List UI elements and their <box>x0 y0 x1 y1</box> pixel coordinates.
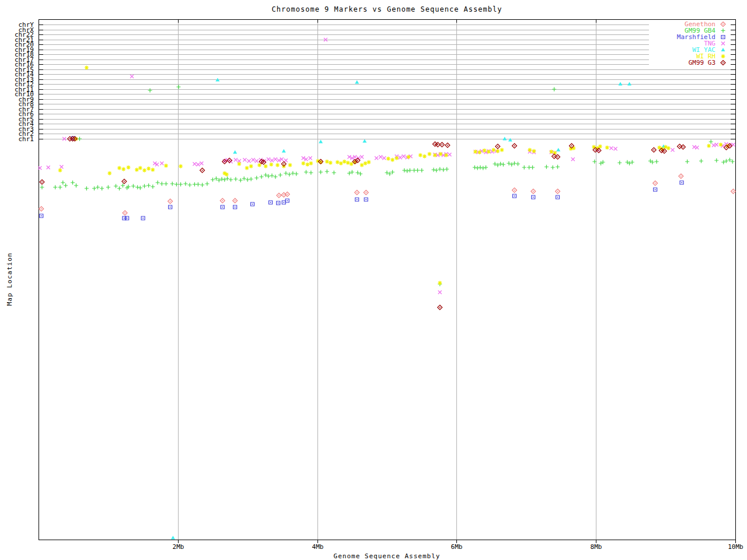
series-tng <box>38 38 735 294</box>
legend-item-gm99-g3: GM99 G3 <box>649 60 731 66</box>
x-tick-label-4Mb: 4Mb <box>301 543 336 551</box>
x-tick-label-10Mb: 10Mb <box>718 543 747 551</box>
legend-item-tng: TNG <box>649 40 731 47</box>
legend-label: GM99 G3 <box>689 60 715 66</box>
series-genethon <box>39 174 736 215</box>
x-tick-label-8Mb: 8Mb <box>579 543 614 551</box>
chart-title: Chromosome 9 Markers vs Genome Sequence … <box>39 5 735 13</box>
chr-axis-label-chr1: chr1 <box>0 136 34 142</box>
legend-marker-icon <box>715 60 731 66</box>
x-tick-label-2Mb: 2Mb <box>161 543 196 551</box>
legend-marker-icon <box>715 27 731 34</box>
series-marshfield <box>40 136 683 220</box>
legend-marker-icon <box>715 40 731 47</box>
series-wi-rh <box>58 66 730 285</box>
y-axis-label: Map Location <box>6 250 13 309</box>
plot-area <box>0 0 747 560</box>
legend-marker-icon <box>715 47 731 53</box>
x-axis-label: Genome Sequence Assembly <box>39 552 735 560</box>
series-gm99-gb4 <box>40 85 734 286</box>
legend-marker-icon <box>715 34 731 40</box>
series-wi-yac <box>171 78 666 540</box>
legend: GenethonGM99 GB4MarshfieldTNGWI YACWI RH… <box>649 21 731 66</box>
legend-item-marshfield: Marshfield <box>649 34 731 40</box>
legend-marker-icon <box>715 21 731 27</box>
legend-marker-icon <box>715 53 731 60</box>
legend-item-wi-yac: WI YAC <box>649 47 731 53</box>
x-tick-label-6Mb: 6Mb <box>439 543 474 551</box>
